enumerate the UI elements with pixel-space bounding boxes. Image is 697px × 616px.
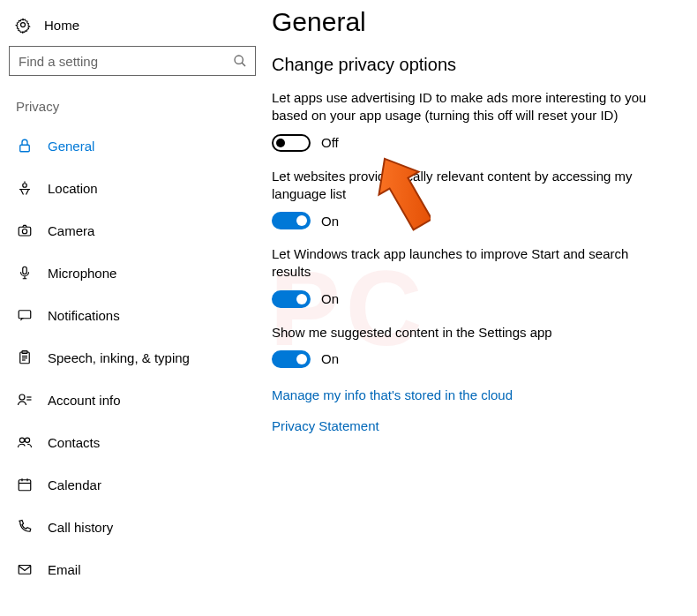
option-desc: Let apps use advertising ID to make ads … xyxy=(272,89,651,125)
advertising-id-toggle[interactable] xyxy=(272,134,311,152)
option-track-launches: Let Windows track app launches to improv… xyxy=(272,245,676,308)
sidebar-item-label: Speech, inking, & typing xyxy=(48,350,190,365)
subtitle: Change privacy options xyxy=(272,55,676,75)
calendar-icon xyxy=(16,476,34,493)
sidebar-item-call-history[interactable]: Call history xyxy=(0,506,265,548)
sidebar-item-calendar[interactable]: Calendar xyxy=(0,463,265,506)
sidebar-item-label: Notifications xyxy=(48,308,120,323)
account-icon xyxy=(16,391,34,409)
sidebar-item-label: Camera xyxy=(48,223,94,238)
option-language-list: Let websites provide locally relevant co… xyxy=(272,168,676,230)
svg-point-17 xyxy=(19,438,24,442)
svg-rect-5 xyxy=(19,227,31,236)
sidebar: Home Privacy General xyxy=(0,0,265,616)
main-content: General Change privacy options Let apps … xyxy=(265,0,697,616)
search-box[interactable] xyxy=(9,46,256,76)
toggle-state-label: On xyxy=(321,214,339,229)
sidebar-item-speech[interactable]: Speech, inking, & typing xyxy=(0,336,265,379)
option-suggested-content: Show me suggested content in the Setting… xyxy=(272,324,676,368)
option-desc: Let Windows track app launches to improv… xyxy=(272,245,651,282)
option-desc: Let websites provide locally relevant co… xyxy=(272,168,651,204)
language-list-toggle[interactable] xyxy=(272,212,311,229)
track-launches-toggle[interactable] xyxy=(272,290,311,308)
privacy-statement-link[interactable]: Privacy Statement xyxy=(272,418,676,433)
svg-rect-19 xyxy=(19,480,31,491)
sidebar-item-label: Calendar xyxy=(48,477,101,492)
sidebar-item-contacts[interactable]: Contacts xyxy=(0,421,265,463)
sidebar-item-label: Email xyxy=(48,562,81,577)
sidebar-item-microphone[interactable]: Microphone xyxy=(0,252,265,294)
sidebar-item-camera[interactable]: Camera xyxy=(0,209,265,252)
svg-point-6 xyxy=(22,229,26,234)
sidebar-item-general[interactable]: General xyxy=(0,124,265,167)
phone-icon xyxy=(16,518,34,536)
sidebar-item-label: Call history xyxy=(48,520,113,535)
contacts-icon xyxy=(16,433,34,451)
clipboard-icon xyxy=(16,349,34,366)
svg-rect-8 xyxy=(19,311,31,319)
sidebar-item-email[interactable]: Email xyxy=(0,548,265,590)
notifications-icon xyxy=(16,306,34,324)
svg-line-2 xyxy=(242,63,245,66)
svg-rect-7 xyxy=(23,267,27,274)
search-input[interactable] xyxy=(19,54,232,69)
email-icon xyxy=(16,560,34,578)
manage-cloud-info-link[interactable]: Manage my info that's stored in the clou… xyxy=(272,387,676,402)
sidebar-item-label: Microphone xyxy=(48,266,116,281)
svg-point-14 xyxy=(19,394,25,400)
svg-point-0 xyxy=(21,23,26,27)
sidebar-item-notifications[interactable]: Notifications xyxy=(0,294,265,336)
nav-list: General Location Camera xyxy=(0,121,265,590)
privacy-links: Manage my info that's stored in the clou… xyxy=(272,387,676,433)
toggle-state-label: On xyxy=(321,291,339,306)
svg-point-1 xyxy=(235,56,243,64)
sidebar-item-location[interactable]: Location xyxy=(0,167,265,209)
camera-icon xyxy=(16,222,34,239)
sidebar-item-account[interactable]: Account info xyxy=(0,379,265,421)
gear-icon xyxy=(14,16,32,34)
suggested-content-toggle[interactable] xyxy=(272,350,311,368)
toggle-state-label: On xyxy=(321,351,339,366)
lock-icon xyxy=(16,137,34,154)
svg-rect-3 xyxy=(20,145,30,152)
svg-point-4 xyxy=(23,184,27,188)
section-label: Privacy xyxy=(0,90,265,121)
home-label: Home xyxy=(44,18,79,33)
microphone-icon xyxy=(16,264,34,282)
svg-point-18 xyxy=(25,438,29,442)
sidebar-item-label: Contacts xyxy=(48,435,100,450)
home-button[interactable]: Home xyxy=(0,16,265,46)
location-icon xyxy=(16,179,34,197)
toggle-state-label: Off xyxy=(321,135,339,150)
page-title: General xyxy=(272,7,676,37)
option-advertising-id: Let apps use advertising ID to make ads … xyxy=(272,89,676,152)
search-icon xyxy=(232,53,248,69)
sidebar-item-label: Account info xyxy=(48,393,121,408)
svg-rect-23 xyxy=(19,566,31,575)
sidebar-item-label: General xyxy=(48,139,94,154)
sidebar-item-label: Location xyxy=(48,181,98,196)
option-desc: Show me suggested content in the Setting… xyxy=(272,324,651,342)
